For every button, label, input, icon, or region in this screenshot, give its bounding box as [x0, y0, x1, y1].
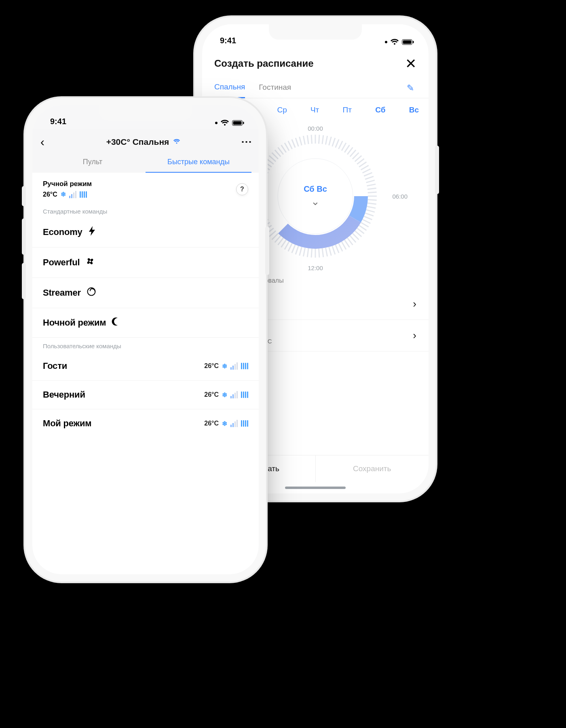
edit-icon[interactable]: ✎ [404, 80, 416, 96]
fan-speed-icon [69, 191, 76, 198]
tab-remote[interactable]: Пульт [40, 153, 146, 173]
svg-line-53 [307, 248, 308, 257]
room-tabs: Спальня Гостиная ✎ [202, 78, 429, 98]
svg-line-81 [259, 173, 267, 176]
manual-mode-detail: 26°C ❄ [43, 190, 92, 198]
svg-line-90 [281, 145, 286, 152]
svg-line-83 [262, 165, 270, 170]
svg-line-63 [272, 233, 279, 240]
louver-icon [241, 392, 248, 398]
svg-rect-104 [243, 122, 244, 124]
svg-line-85 [266, 159, 273, 164]
status-time: 9:41 [220, 36, 236, 45]
close-icon[interactable]: ✕ [405, 57, 416, 70]
svg-line-30 [367, 206, 376, 208]
svg-line-82 [260, 169, 268, 173]
bolt-icon [88, 226, 96, 238]
status-icons [215, 120, 244, 126]
help-button[interactable]: ? [236, 183, 248, 195]
section-user: Пользовательские команды [32, 338, 259, 352]
louver-icon [241, 363, 248, 369]
status-time: 9:41 [50, 117, 66, 126]
svg-line-4 [319, 135, 319, 144]
day-wed[interactable]: Ср [277, 106, 287, 114]
svg-line-62 [275, 236, 281, 243]
cmd-economy[interactable]: Economy [32, 217, 259, 248]
wifi-icon [390, 39, 399, 45]
svg-line-10 [338, 141, 342, 149]
back-icon[interactable]: ‹ [40, 135, 44, 149]
svg-point-105 [89, 260, 91, 262]
svg-line-91 [285, 143, 289, 150]
cmd-night[interactable]: Ночной режим [32, 308, 259, 338]
snowflake-icon: ❄ [222, 391, 227, 399]
svg-line-64 [269, 231, 276, 237]
dial-label-right: 06:00 [392, 193, 408, 200]
svg-line-67 [262, 222, 270, 227]
cmd-detail: 26°C ❄ [204, 420, 248, 427]
more-icon[interactable]: ⋮ [242, 137, 251, 147]
chevron-down-icon: ⌄ [304, 195, 327, 208]
day-sat[interactable]: Сб [375, 106, 385, 114]
svg-line-25 [367, 188, 376, 189]
cmd-streamer[interactable]: Streamer [32, 278, 259, 308]
svg-line-36 [359, 225, 366, 230]
svg-line-7 [329, 137, 332, 145]
svg-line-26 [368, 192, 377, 193]
manual-mode-block: Ручной режим 26°C ❄ ? [32, 173, 259, 203]
tab-quick-commands[interactable]: Быстрые команды [146, 153, 251, 173]
day-fri[interactable]: Пт [343, 106, 352, 114]
dial-center[interactable]: Сб Вс ⌄ [304, 184, 327, 208]
cmd-powerful[interactable]: Powerful [32, 248, 259, 278]
svg-line-84 [264, 162, 272, 167]
svg-line-48 [325, 248, 327, 257]
day-sun[interactable]: Вс [409, 106, 419, 114]
save-button[interactable]: Сохранить [316, 455, 429, 482]
svg-line-60 [281, 240, 286, 247]
cmd-detail: 26°C ❄ [204, 391, 248, 399]
svg-line-98 [311, 135, 312, 144]
svg-line-42 [344, 240, 349, 247]
svg-line-9 [336, 140, 339, 148]
swirl-icon [87, 287, 96, 299]
dial-label-top: 00:00 [308, 125, 323, 132]
page-title: +30C° Спальня [49, 137, 238, 147]
snowflake-icon: ❄ [222, 362, 227, 370]
fan-speed-icon [230, 420, 238, 427]
svg-line-32 [365, 213, 374, 216]
day-thu[interactable]: Чт [310, 106, 319, 114]
svg-line-45 [336, 245, 339, 253]
svg-line-56 [296, 246, 298, 254]
svg-line-87 [272, 153, 279, 159]
svg-rect-103 [233, 121, 242, 125]
svg-line-89 [278, 147, 283, 154]
manual-mode-title: Ручной режим [43, 180, 92, 188]
fan-speed-icon [230, 391, 238, 398]
svg-line-6 [325, 136, 327, 145]
wifi-small-icon [173, 138, 180, 146]
snowflake-icon: ❄ [61, 190, 66, 198]
louver-icon [80, 191, 87, 198]
svg-line-44 [338, 243, 342, 252]
fan-speed-icon [230, 362, 238, 370]
svg-line-57 [292, 245, 295, 253]
svg-line-97 [307, 135, 308, 144]
cmd-evening[interactable]: Вечерний 26°C ❄ [32, 381, 259, 409]
svg-line-39 [353, 233, 359, 240]
svg-line-46 [332, 246, 335, 254]
svg-line-29 [367, 203, 376, 204]
svg-line-21 [364, 173, 372, 176]
cmd-guests[interactable]: Гости 26°C ❄ [32, 352, 259, 381]
tab-livingroom[interactable]: Гостиная [259, 79, 291, 97]
svg-line-17 [357, 159, 364, 164]
svg-line-54 [303, 248, 305, 257]
svg-line-13 [347, 147, 353, 154]
svg-line-94 [296, 138, 298, 146]
svg-line-52 [311, 249, 312, 258]
cmd-myprofile[interactable]: Мой режим 26°C ❄ [32, 409, 259, 438]
louver-icon [241, 420, 248, 427]
svg-line-20 [363, 169, 371, 173]
svg-line-41 [347, 238, 353, 245]
svg-rect-2 [413, 41, 414, 43]
tab-bedroom[interactable]: Спальня [214, 78, 245, 98]
